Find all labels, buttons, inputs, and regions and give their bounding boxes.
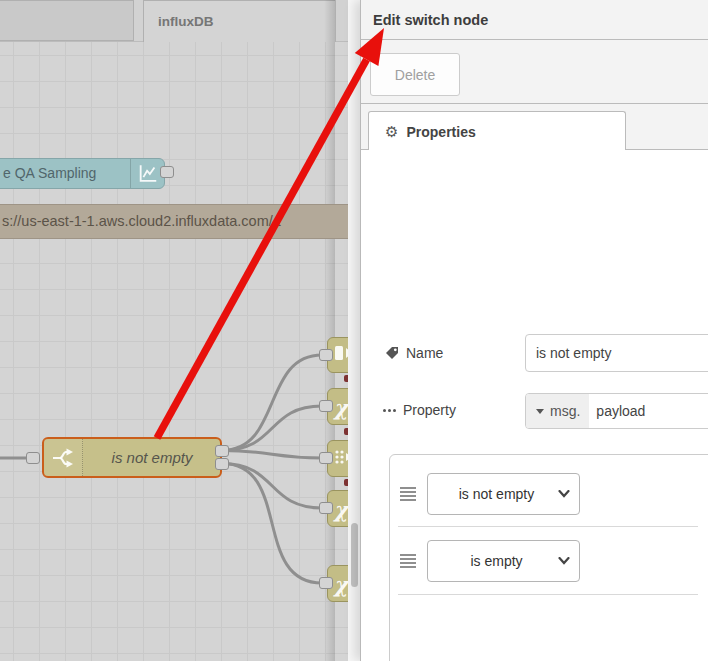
rule-2-operator-select[interactable]: is empty bbox=[427, 540, 580, 582]
chevron-down-icon bbox=[536, 409, 544, 414]
chart-node-output-port[interactable] bbox=[160, 166, 174, 178]
chi-icon: χ bbox=[334, 396, 348, 417]
switch-output-port-2[interactable] bbox=[215, 458, 229, 470]
chart-node[interactable]: e QA Sampling bbox=[0, 158, 165, 189]
rules-container: is not empty is empty bbox=[389, 454, 708, 661]
switch-node-is-not-empty[interactable]: is not empty bbox=[42, 437, 222, 478]
switch-input-port[interactable] bbox=[26, 452, 40, 464]
chi-icon: χ bbox=[334, 573, 348, 594]
node-red-editor: influxDB e QA Sampling bbox=[0, 0, 708, 661]
template-icon bbox=[334, 344, 348, 366]
name-input[interactable] bbox=[525, 334, 708, 372]
wire bbox=[222, 464, 322, 509]
switch-output-port-1[interactable] bbox=[215, 445, 229, 457]
influxdb-url-node[interactable]: s://us-east-1-1.aws.cloud2.influxdata.co… bbox=[0, 204, 348, 239]
property-type-button[interactable]: msg. bbox=[526, 394, 589, 428]
edit-node-panel: Edit switch node Delete ⚙ Properties Nam… bbox=[360, 0, 708, 661]
property-typed-input: msg. bbox=[525, 393, 708, 429]
grid-dots-icon bbox=[334, 449, 348, 469]
hidden-node-edge bbox=[344, 375, 348, 382]
canvas-scrollbar-track[interactable] bbox=[348, 0, 360, 661]
panel-toolbar: Delete bbox=[361, 40, 708, 104]
rule-2-operator: is empty bbox=[470, 553, 522, 569]
clipped-node-3-input-port[interactable] bbox=[319, 452, 333, 464]
tab-properties-label: Properties bbox=[406, 124, 475, 140]
clipped-node-1-input-port[interactable] bbox=[319, 349, 333, 361]
rule-divider bbox=[398, 526, 698, 527]
hidden-node-edge bbox=[344, 479, 348, 486]
rule-1-operator: is not empty bbox=[459, 486, 534, 502]
property-type-label: msg. bbox=[550, 403, 580, 419]
clipped-node-5-input-port[interactable] bbox=[319, 577, 333, 589]
tag-icon bbox=[385, 346, 399, 360]
switch-branch-icon bbox=[44, 439, 83, 476]
wire bbox=[222, 451, 322, 459]
panel-tab-bar: ⚙ Properties bbox=[361, 104, 708, 150]
drag-handle-icon[interactable] bbox=[400, 554, 416, 568]
chevron-down-icon bbox=[558, 557, 570, 565]
ellipsis-icon bbox=[383, 409, 396, 412]
influxdb-url-label: s://us-east-1-1.aws.cloud2.influxdata.co… bbox=[2, 205, 281, 238]
property-input[interactable] bbox=[589, 394, 708, 428]
delete-button[interactable]: Delete bbox=[370, 53, 460, 96]
wire bbox=[222, 355, 322, 451]
chart-node-label: e QA Sampling bbox=[3, 159, 96, 188]
panel-title: Edit switch node bbox=[361, 0, 708, 40]
switch-node-label: is not empty bbox=[84, 439, 220, 476]
tab-properties[interactable]: ⚙ Properties bbox=[368, 111, 626, 151]
chi-icon: χ bbox=[334, 498, 348, 519]
line-chart-icon bbox=[130, 159, 164, 188]
rule-row-1: is not empty bbox=[390, 473, 708, 515]
panel-header: Edit switch node bbox=[361, 0, 708, 40]
rule-1-operator-select[interactable]: is not empty bbox=[427, 473, 580, 515]
wire bbox=[222, 464, 322, 584]
clipped-node-4-input-port[interactable] bbox=[319, 502, 333, 514]
rule-divider bbox=[398, 594, 698, 595]
rule-row-2: is empty bbox=[390, 540, 708, 582]
chevron-down-icon bbox=[558, 490, 570, 498]
clipped-node-2-input-port[interactable] bbox=[319, 400, 333, 412]
node-edit-form: Name Property msg. is not e bbox=[361, 150, 708, 661]
flow-wires bbox=[0, 0, 348, 661]
gear-icon: ⚙ bbox=[385, 123, 398, 141]
canvas-scrollbar-thumb[interactable] bbox=[351, 523, 358, 587]
wire bbox=[222, 406, 322, 451]
name-field-label: Name bbox=[385, 340, 443, 366]
hidden-node-edge bbox=[344, 428, 348, 435]
property-field-label: Property bbox=[383, 397, 456, 423]
drag-handle-icon[interactable] bbox=[400, 487, 416, 501]
flow-canvas[interactable]: influxDB e QA Sampling bbox=[0, 0, 348, 661]
